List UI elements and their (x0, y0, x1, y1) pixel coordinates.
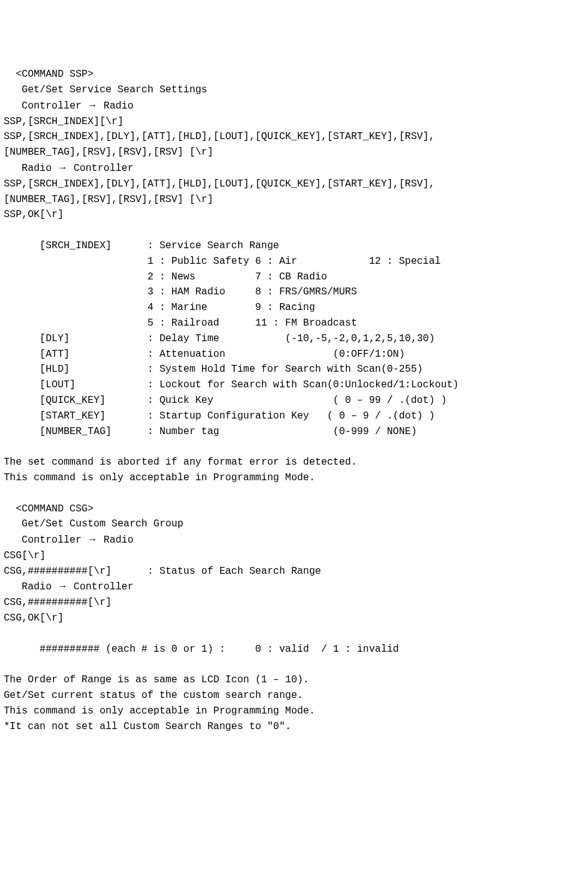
param-srch-index: [SRCH_INDEX] : Service Search Range (4, 240, 279, 251)
arrow-icon: → (87, 100, 97, 110)
ssp-request-line-1: SSP,[SRCH_INDEX][\r] (4, 116, 123, 127)
param-att: [ATT] : Attenuation (0:OFF/1:ON) (4, 349, 405, 360)
param-range-row: 4 : Marine 9 : Racing (4, 302, 315, 313)
ssp-response-line-2: [NUMBER_TAG],[RSV],[RSV],[RSV] [\r] (4, 194, 213, 205)
ssp-request-line-3: [NUMBER_TAG],[RSV],[RSV],[RSV] [\r] (4, 147, 213, 158)
csg-command-title: Get/Set Custom Search Group (4, 518, 183, 530)
csg-hash-note: ########## (each # is 0 or 1) : 0 : vali… (4, 644, 399, 655)
arrow-icon: → (57, 162, 67, 173)
ssp-note: The set command is aborted if any format… (4, 457, 357, 468)
csg-response-line-1: CSG,##########[\r] (4, 597, 112, 608)
param-lout: [LOUT] : Lockout for Search with Scan(0:… (4, 379, 459, 390)
ssp-note: This command is only acceptable in Progr… (4, 472, 315, 483)
ssp-command-title: Get/Set Service Search Settings (4, 84, 207, 95)
ssp-request-line-2: SSP,[SRCH_INDEX],[DLY],[ATT],[HLD],[LOUT… (4, 131, 435, 142)
csg-request-line-1: CSG[\r] (4, 550, 46, 561)
ssp-response-line-1: SSP,[SRCH_INDEX],[DLY],[ATT],[HLD],[LOUT… (4, 178, 435, 190)
csg-direction-radio-controller: Radio → Controller (4, 581, 133, 592)
csg-response-line-2: CSG,OK[\r] (4, 612, 64, 624)
ssp-direction-controller-radio: Controller → Radio (4, 100, 133, 112)
ssp-response-line-3: SSP,OK[\r] (4, 209, 64, 220)
param-range-row: 5 : Railroad 11 : FM Broadcast (4, 317, 357, 329)
csg-note: This command is only acceptable in Progr… (4, 705, 315, 717)
csg-note: The Order of Range is as same as LCD Ico… (4, 674, 309, 685)
arrow-icon: → (87, 534, 97, 544)
param-quick-key: [QUICK_KEY] : Quick Key ( 0 – 99 / .(dot… (4, 395, 447, 406)
csg-command-header: <COMMAND CSG> (4, 503, 94, 515)
csg-direction-controller-radio: Controller → Radio (4, 534, 133, 546)
csg-note: Get/Set current status of the custom sea… (4, 690, 303, 701)
param-range-row: 3 : HAM Radio 8 : FRS/GMRS/MURS (4, 286, 357, 297)
ssp-direction-radio-controller: Radio → Controller (4, 163, 133, 174)
arrow-icon: → (57, 581, 67, 591)
param-hld: [HLD] : System Hold Time for Search with… (4, 364, 423, 375)
param-number-tag: [NUMBER_TAG] : Number tag (0-999 / NONE) (4, 426, 417, 437)
param-dly: [DLY] : Delay Time (-10,-5,-2,0,1,2,5,10… (4, 333, 435, 344)
csg-note: *It can not set all Custom Search Ranges… (4, 721, 291, 732)
param-range-row: 2 : News 7 : CB Radio (4, 271, 327, 283)
ssp-command-header: <COMMAND SSP> (4, 69, 94, 80)
param-range-row: 1 : Public Safety 6 : Air 12 : Special (4, 256, 441, 267)
param-start-key: [START_KEY] : Startup Configuration Key … (4, 410, 435, 422)
csg-request-line-2: CSG,##########[\r] : Status of Each Sear… (4, 566, 321, 577)
